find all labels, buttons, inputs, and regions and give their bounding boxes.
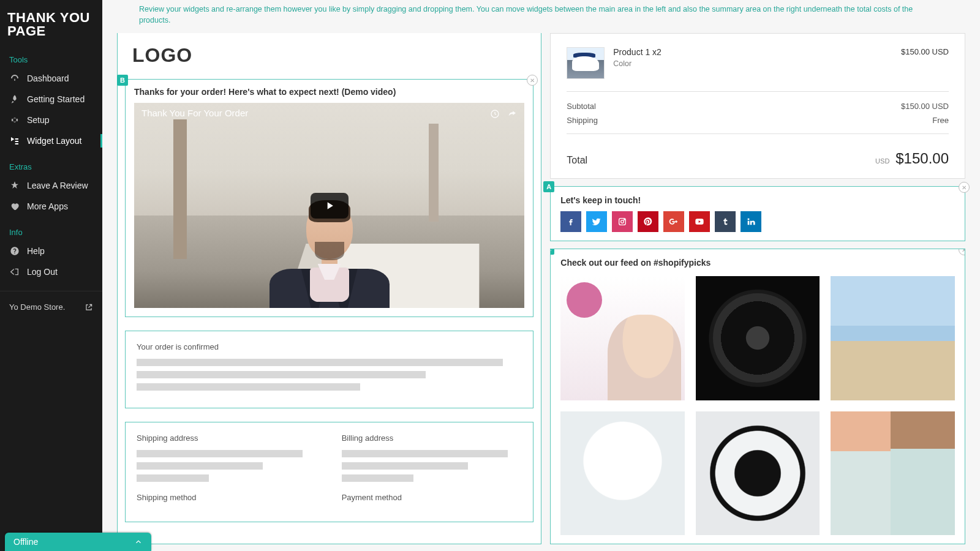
sidebar-item-more-apps[interactable]: More Apps — [0, 196, 102, 217]
total-currency: USD — [875, 157, 889, 165]
svg-point-3 — [624, 219, 625, 220]
video-player[interactable]: Thank You For Your Order — [134, 103, 524, 308]
shipping-method-title: Shipping method — [137, 493, 317, 502]
sidebar-item-help[interactable]: Help — [0, 241, 102, 261]
logo: LOGO — [118, 33, 541, 70]
tumblr-icon[interactable] — [715, 211, 736, 232]
sidebar-item-label: Leave A Review — [27, 181, 88, 190]
heart-icon — [9, 201, 20, 212]
twitter-icon[interactable] — [586, 211, 607, 232]
linkedin-icon[interactable] — [741, 211, 761, 232]
sidebar-item-label: Widget Layout — [27, 136, 82, 146]
order-summary: Product 1 x2 Color $150.00 USD Subtotal … — [550, 33, 965, 179]
sidebar-item-label: Getting Started — [27, 94, 85, 104]
sidebar-item-review[interactable]: Leave A Review — [0, 175, 102, 196]
subtotal-row: Subtotal $150.00 USD — [567, 99, 949, 113]
shipping-address-title: Shipping address — [137, 433, 317, 443]
share-icon[interactable] — [507, 109, 517, 119]
total-row: Total USD $150.00 — [567, 141, 949, 167]
sidebar-item-widget-layout[interactable]: Widget Layout — [0, 130, 102, 151]
store-link[interactable]: Yo Demo Store. — [0, 291, 102, 319]
main: Review your widgets and re-arrange them … — [102, 0, 980, 551]
svg-point-2 — [621, 220, 624, 223]
store-name: Yo Demo Store. — [9, 302, 65, 312]
widget-social[interactable]: A ✕ Let's keep in touch! — [550, 186, 965, 241]
sidebar-item-label: More Apps — [27, 201, 68, 211]
widget-video[interactable]: B ✕ Thanks for your order! Here's what t… — [125, 79, 533, 317]
payment-method-title: Payment method — [342, 493, 522, 502]
feed-tile[interactable] — [831, 411, 955, 536]
sidebar-item-label: Dashboard — [27, 73, 69, 83]
sidebar-item-logout[interactable]: Log Out — [0, 261, 102, 282]
total-label: Total — [567, 155, 587, 166]
sidebar-item-dashboard[interactable]: Dashboard — [0, 68, 102, 89]
total-amount: $150.00 — [895, 150, 949, 167]
feed-tile[interactable] — [560, 411, 685, 536]
feed-tile[interactable] — [696, 276, 820, 400]
logout-icon — [9, 266, 20, 277]
right-column: Product 1 x2 Color $150.00 USD Subtotal … — [550, 33, 965, 544]
googleplus-icon[interactable] — [663, 211, 684, 232]
section-info: Info — [0, 217, 102, 241]
layout-icon — [9, 135, 20, 146]
product-option: Color — [613, 59, 892, 68]
offline-toggle[interactable]: Offline — [5, 533, 151, 551]
widget-close-button[interactable]: ✕ — [959, 249, 965, 255]
help-banner: Review your widgets and re-arrange them … — [117, 0, 965, 33]
offline-label: Offline — [13, 537, 38, 547]
product-name: Product 1 x2 — [613, 47, 892, 57]
gear-icon — [9, 114, 20, 126]
watch-later-icon[interactable] — [490, 109, 500, 119]
sidebar-item-label: Setup — [27, 115, 50, 125]
star-icon — [9, 180, 20, 191]
brand-title: THANK YOU PAGE — [7, 11, 95, 38]
billing-address-title: Billing address — [342, 433, 522, 443]
widget-badge: B — [117, 75, 128, 86]
sidebar: THANK YOU PAGE Tools Dashboard Getting S… — [0, 0, 102, 551]
widget-video-title: Thanks for your order! Here's what to ex… — [134, 87, 524, 97]
social-title: Let's keep in touch! — [560, 195, 955, 205]
order-confirmed-title: Your order is confirmed — [137, 342, 522, 351]
widget-close-button[interactable]: ✕ — [959, 182, 970, 193]
widget-close-button[interactable]: ✕ — [527, 75, 538, 86]
subtotal-label: Subtotal — [567, 102, 596, 111]
widget-addresses[interactable]: Shipping address Shipping method Billing… — [125, 422, 533, 522]
feed-grid — [560, 276, 955, 535]
product-row: Product 1 x2 Color $150.00 USD — [567, 47, 949, 91]
chevron-up-icon — [134, 538, 143, 546]
shipping-label: Shipping — [567, 116, 598, 125]
rocket-icon — [9, 94, 20, 105]
product-price: $150.00 USD — [901, 47, 949, 56]
feed-tile[interactable] — [560, 276, 685, 400]
shipping-row: Shipping Free — [567, 113, 949, 127]
feed-tile[interactable] — [831, 276, 955, 400]
play-button[interactable] — [311, 193, 349, 219]
help-icon — [9, 246, 20, 257]
social-icons — [560, 211, 955, 232]
widget-badge: A — [543, 181, 554, 192]
widget-order-confirmed[interactable]: Your order is confirmed — [125, 331, 533, 408]
feed-title: Check out our feed on #shopifypicks — [560, 258, 955, 268]
facebook-icon[interactable] — [560, 211, 581, 232]
subtotal-value: $150.00 USD — [901, 102, 949, 111]
video-title: Thank You For Your Order — [141, 108, 248, 118]
sidebar-item-label: Help — [27, 246, 45, 256]
external-link-icon — [85, 303, 93, 312]
youtube-icon[interactable] — [689, 211, 710, 232]
section-tools: Tools — [0, 44, 102, 68]
widget-feed[interactable]: C ✕ Check out our feed on #shopifypicks — [550, 249, 965, 544]
sidebar-item-label: Log Out — [27, 267, 58, 277]
widget-badge: C — [550, 249, 554, 255]
shipping-value: Free — [932, 116, 949, 125]
brand: THANK YOU PAGE — [0, 0, 102, 44]
left-column: LOGO B ✕ Thanks for your order! Here's w… — [117, 33, 541, 544]
product-thumbnail — [567, 47, 605, 79]
feed-tile[interactable] — [696, 411, 820, 536]
instagram-icon[interactable] — [612, 211, 633, 232]
sidebar-item-setup[interactable]: Setup — [0, 110, 102, 130]
dashboard-icon — [9, 73, 20, 84]
pinterest-icon[interactable] — [638, 211, 658, 232]
sidebar-item-getting-started[interactable]: Getting Started — [0, 89, 102, 110]
section-extras: Extras — [0, 151, 102, 175]
